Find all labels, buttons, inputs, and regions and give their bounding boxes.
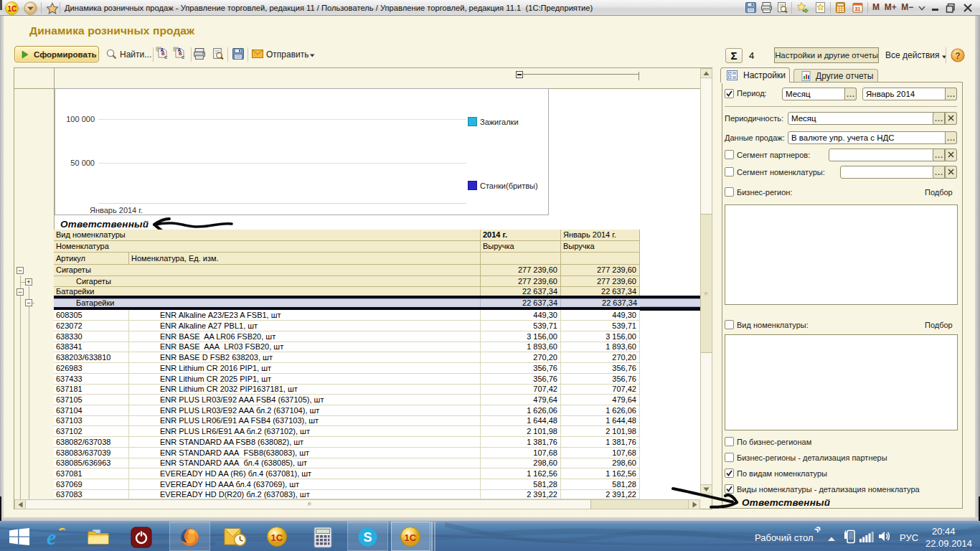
svg-text:C: C (182, 55, 185, 60)
svg-text:S: S (363, 530, 372, 545)
svg-text:C: C (164, 55, 168, 60)
svg-text:e: e (47, 526, 56, 547)
svg-text:1С: 1С (8, 5, 17, 13)
svg-text:1С: 1С (405, 532, 417, 543)
svg-text:?: ? (955, 51, 960, 61)
svg-text:31: 31 (854, 6, 860, 12)
svg-text:1С: 1С (271, 532, 283, 543)
